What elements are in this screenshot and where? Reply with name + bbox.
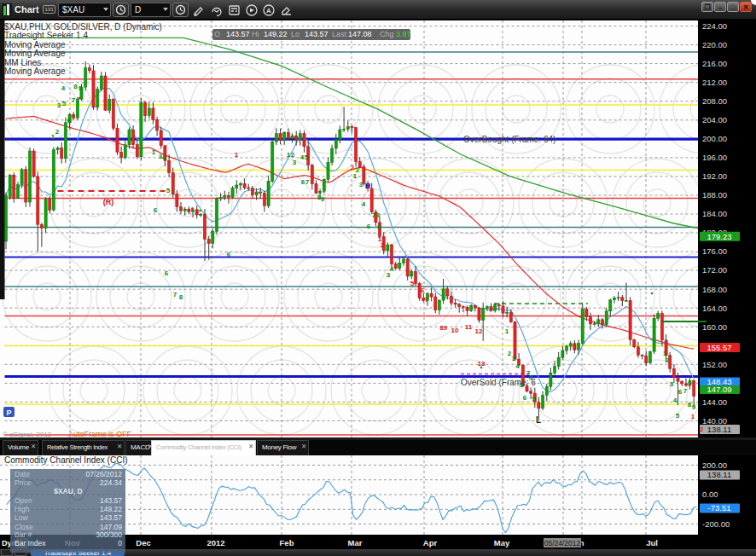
svg-text:160.00: 160.00: [702, 322, 727, 332]
svg-text:-73.51: -73.51: [708, 503, 731, 513]
svg-text:192.00: 192.00: [702, 171, 727, 181]
svg-text:7: 7: [683, 387, 688, 395]
svg-text:188.00: 188.00: [702, 190, 727, 200]
svg-text:3: 3: [293, 159, 297, 166]
svg-text:200.00: 200.00: [702, 460, 727, 470]
svg-text:1: 1: [353, 172, 358, 180]
svg-text:Feb: Feb: [280, 538, 294, 547]
svg-text:H: H: [365, 182, 371, 190]
svg-text:Jul: Jul: [646, 538, 658, 547]
svg-text:179.23: 179.23: [707, 232, 731, 241]
svg-text:10: 10: [451, 327, 459, 334]
svg-text:3: 3: [359, 181, 363, 188]
svg-text:1: 1: [505, 327, 509, 335]
svg-text:9: 9: [692, 403, 696, 411]
svg-text:OverBought (Frame: 64): OverBought (Frame: 64): [463, 135, 555, 144]
svg-text:2: 2: [666, 356, 670, 364]
svg-text:138.11: 138.11: [707, 470, 731, 479]
svg-text:OverSold (Frame: 6: OverSold (Frame: 6: [461, 378, 536, 387]
svg-text:1: 1: [691, 413, 695, 420]
svg-text:9: 9: [321, 195, 325, 203]
svg-text:$XAU,PHLX GOLD/SILVER, D (Dyna: $XAU,PHLX GOLD/SILVER, D (Dynamic): [4, 22, 162, 32]
svg-text:11: 11: [465, 323, 473, 331]
svg-text:6: 6: [367, 223, 371, 230]
svg-text:6: 6: [165, 269, 169, 277]
svg-text:9: 9: [532, 395, 536, 403]
svg-text:P: P: [6, 408, 11, 417]
svg-text:6: 6: [523, 394, 527, 402]
svg-text:MM Lines: MM Lines: [4, 58, 41, 67]
svg-text:2012: 2012: [206, 538, 224, 547]
svg-text:138.11: 138.11: [707, 425, 731, 434]
svg-text:Commodity Channel Index (CCI): Commodity Channel Index (CCI): [4, 455, 128, 465]
svg-text:6: 6: [154, 206, 158, 214]
svg-text:5: 5: [62, 100, 67, 107]
svg-text:144.00: 144.00: [702, 397, 727, 407]
svg-text:6: 6: [67, 117, 72, 125]
svg-text:200.00: 200.00: [702, 134, 727, 143]
svg-text:168.00: 168.00: [702, 285, 727, 294]
svg-text:Moving Average: Moving Average: [4, 49, 66, 58]
svg-text:2: 2: [291, 151, 295, 159]
svg-text:220.00: 220.00: [702, 40, 727, 49]
svg-text:8: 8: [179, 293, 183, 301]
svg-text:13: 13: [478, 360, 486, 368]
svg-text:05/24/2012: 05/24/2012: [544, 539, 581, 547]
svg-text:224.00: 224.00: [702, 21, 727, 31]
svg-text:204.00: 204.00: [702, 115, 727, 125]
svg-text:2: 2: [700, 426, 704, 433]
svg-text:1: 1: [235, 151, 239, 159]
svg-text:147.09: 147.09: [707, 385, 731, 394]
svg-text:Moving Average: Moving Average: [4, 67, 66, 76]
svg-text:(R): (R): [103, 198, 114, 206]
svg-text:9: 9: [79, 84, 83, 92]
svg-text:172.00: 172.00: [702, 265, 727, 275]
svg-text:176.00: 176.00: [702, 246, 727, 256]
svg-text:8: 8: [73, 83, 78, 90]
svg-text:0.00: 0.00: [702, 489, 718, 499]
svg-text:Apr: Apr: [423, 538, 438, 547]
svg-text:5: 5: [305, 153, 309, 161]
svg-text:208.00: 208.00: [702, 96, 727, 106]
svg-text:152.00: 152.00: [702, 360, 727, 369]
svg-text:5: 5: [410, 280, 415, 287]
svg-text:2: 2: [351, 164, 355, 171]
svg-text:9: 9: [377, 223, 381, 231]
svg-text:196.00: 196.00: [702, 153, 727, 162]
svg-text:3: 3: [670, 380, 674, 388]
svg-text:5: 5: [676, 412, 680, 420]
svg-text:2: 2: [55, 128, 60, 136]
svg-text:6: 6: [678, 388, 683, 396]
svg-text:Tradesight Seeker 1.4: Tradesight Seeker 1.4: [4, 31, 88, 40]
svg-text:Moving Average: Moving Average: [4, 40, 66, 49]
svg-text:2: 2: [381, 241, 385, 249]
svg-text:12: 12: [475, 327, 483, 335]
svg-text:7: 7: [72, 96, 76, 104]
svg-text:4: 4: [61, 84, 66, 92]
svg-text:7: 7: [305, 178, 310, 186]
svg-text:6: 6: [227, 251, 231, 258]
svg-text:May: May: [494, 538, 510, 547]
svg-text:7: 7: [173, 291, 177, 298]
svg-text:7: 7: [425, 296, 429, 304]
svg-text:1: 1: [152, 148, 156, 156]
svg-text:212.00: 212.00: [702, 78, 727, 87]
svg-text:Dec: Dec: [136, 538, 150, 547]
svg-text:L: L: [536, 415, 541, 425]
svg-text:8: 8: [376, 211, 381, 219]
svg-text:-200.00: -200.00: [702, 519, 730, 529]
svg-text:4: 4: [362, 200, 366, 208]
svg-text:6: 6: [421, 287, 425, 294]
svg-text:4: 4: [515, 362, 520, 370]
svg-text:164.00: 164.00: [702, 304, 727, 313]
svg-text:A: A: [266, 7, 271, 14]
svg-text:184.00: 184.00: [702, 209, 727, 218]
svg-text:4: 4: [390, 265, 394, 273]
svg-text:3: 3: [57, 101, 61, 109]
svg-text:© eSignal, 2012: © eSignal, 2012: [3, 431, 52, 438]
svg-text:216.00: 216.00: [702, 59, 727, 68]
svg-text:4: 4: [673, 397, 677, 404]
svg-text:4: 4: [162, 153, 166, 161]
svg-text:155.57: 155.57: [707, 343, 731, 352]
svg-text:3: 3: [512, 355, 516, 362]
